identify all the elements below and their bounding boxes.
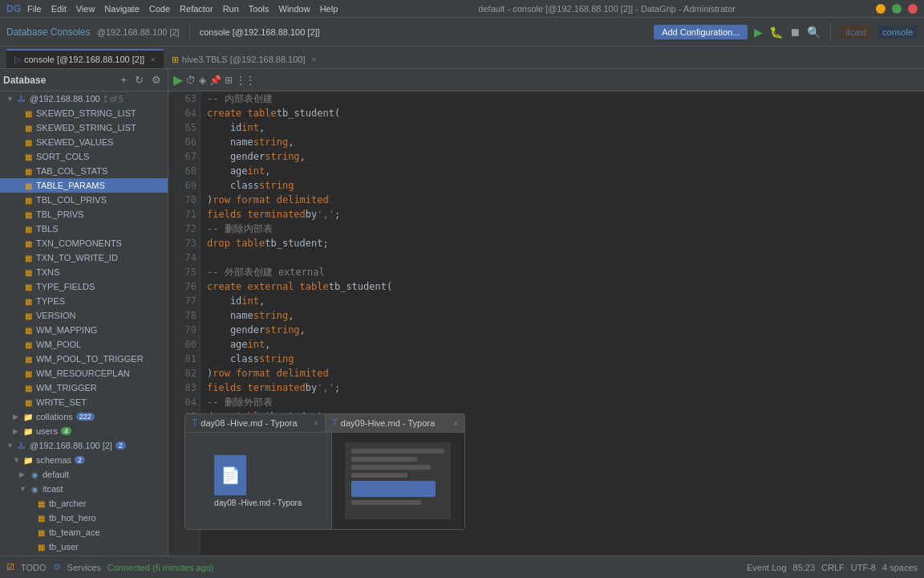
menu-run[interactable]: Run	[223, 4, 239, 14]
toolbar-ip1: @192.168.88.100 [2]	[97, 27, 180, 37]
tree-connection-2[interactable]: ▼ 🖧 @192.168.88.100 [2] 2	[0, 438, 168, 453]
tree-item-version[interactable]: ▦ VERSION	[0, 308, 168, 323]
tree-item-collations[interactable]: ▶ 📁 collations 222	[0, 409, 168, 424]
menu-file[interactable]: File	[27, 4, 42, 14]
tree-item-sort-cols[interactable]: ▦ SORT_COLS	[0, 149, 168, 164]
tree-item-tb-user[interactable]: ▦ tb_user	[0, 539, 168, 554]
debug-icon[interactable]: 🐛	[769, 26, 783, 39]
sidebar-title: Database	[3, 75, 46, 86]
tab-tbls[interactable]: ⊞ hive3.TBLS [@192.168.88.100] ×	[164, 49, 325, 68]
encoding: UTF-8	[851, 563, 876, 572]
tree-item-txn-components[interactable]: ▦ TXN_COMPONENTS	[0, 236, 168, 250]
event-log-label[interactable]: Event Log	[747, 563, 787, 572]
tree-item-txns[interactable]: ▦ TXNS	[0, 265, 168, 279]
badge-schemas: 2	[75, 456, 85, 464]
tab-console-close[interactable]: ×	[151, 55, 156, 64]
tree-item-tbls[interactable]: ▦ TBLS	[0, 222, 168, 236]
sidebar-toolbar: Database + ↻ ⚙	[0, 69, 168, 92]
table-icon: ▦	[22, 267, 34, 278]
close-btn[interactable]	[908, 4, 918, 14]
tree-item-txn-write-id[interactable]: ▦ TXN_TO_WRITE_ID	[0, 250, 168, 265]
tree-arrow: ▼	[6, 442, 16, 450]
code-line-72: -- 删除内部表	[207, 222, 918, 236]
tree-item-tb-user-location[interactable]: ▦ tb_user_location	[0, 554, 168, 556]
menu-edit[interactable]: Edit	[51, 4, 67, 14]
tree-item-table-params[interactable]: ▦ TABLE_PARAMS	[0, 178, 168, 193]
tree-item-write-set[interactable]: ▦ WRITE_SET	[0, 395, 168, 409]
code-line-76: create external table tb_student(	[207, 279, 918, 294]
typora-tab-2[interactable]: T day09-Hive.md - Typora ×	[326, 414, 465, 432]
tree-item-tb-hot-hero[interactable]: ▦ tb_hot_hero	[0, 511, 168, 525]
code-line-66: name string,	[207, 135, 918, 149]
menu-refactor[interactable]: Refactor	[180, 4, 213, 14]
menu-help[interactable]: Help	[320, 4, 338, 14]
menu-navigate[interactable]: Navigate	[104, 4, 139, 14]
sidebar-refresh-btn[interactable]: ↻	[132, 72, 147, 88]
tree-item-wm-pool-trigger[interactable]: ▦ WM_POOL_TO_TRIGGER	[0, 352, 168, 366]
code-line-77: id int,	[207, 294, 918, 308]
tree-item-types[interactable]: ▦ TYPES	[0, 294, 168, 308]
tree-item-default[interactable]: ▶ ◉ default	[0, 467, 168, 482]
typora-tab-1-close[interactable]: ×	[314, 419, 318, 428]
table-icon: ▦	[22, 122, 34, 133]
tree-item-tb-archer[interactable]: ▦ tb_archer	[0, 496, 168, 511]
db-icon: ◈	[199, 75, 206, 86]
tree-item-wm-trigger[interactable]: ▦ WM_TRIGGER	[0, 381, 168, 395]
tree-item-type-fields[interactable]: ▦ TYPE_FIELDS	[0, 279, 168, 294]
sidebar-filter-btn[interactable]: ⚙	[148, 72, 164, 88]
console-tab-label: console [@192.168.88.100 [2]]	[200, 27, 320, 37]
page-info: 1 of 5	[103, 95, 124, 104]
typora-tab-2-close[interactable]: ×	[453, 419, 458, 428]
maximize-btn[interactable]	[892, 4, 902, 14]
typora-icon-1: T	[192, 417, 197, 429]
db-console-link[interactable]: Database Consoles	[6, 26, 91, 38]
toolbar-separator	[189, 24, 190, 40]
todo-label[interactable]: TODO	[21, 563, 47, 572]
server-icon: 🖧	[16, 440, 27, 451]
typora-preview-1-content: 📄 day08 -Hive.md - Typora	[214, 455, 302, 507]
menu-code[interactable]: Code	[149, 4, 170, 14]
table-icon: ▦	[22, 136, 34, 148]
folder-icon: 📁	[22, 411, 34, 422]
tree-item-tab-col-stats[interactable]: ▦ TAB_COL_STATS	[0, 164, 168, 178]
typora-preview-1[interactable]: 📄 day08 -Hive.md - Typora	[185, 433, 331, 529]
menu-tools[interactable]: Tools	[249, 4, 270, 14]
stop-icon[interactable]: ⏹	[789, 26, 800, 39]
tree-item-skewed2[interactable]: ▦ SKEWED_STRING_LIST	[0, 120, 168, 135]
doc-icon: 📄	[214, 455, 246, 495]
item-label: TYPES	[36, 296, 65, 306]
menu-window[interactable]: Window	[279, 4, 310, 14]
tab-console[interactable]: ▷ console [@192.168.88.100 [2]] ×	[6, 49, 164, 68]
code-line-81: class string	[207, 352, 918, 366]
tree-item-wm-pool[interactable]: ▦ WM_POOL	[0, 337, 168, 352]
typora-tab-1[interactable]: T day08 -Hive.md - Typora ×	[185, 414, 326, 432]
tree-item-itcast[interactable]: ▼ ◉ itcast	[0, 482, 168, 496]
tree-item-wm-mapping[interactable]: ▦ WM_MAPPING	[0, 323, 168, 337]
tree-item-skewed1[interactable]: ▦ SKEWED_STRING_LIST	[0, 106, 168, 120]
tab-tbls-close[interactable]: ×	[312, 55, 317, 64]
tree-item-tb-team-ace[interactable]: ▦ tb_team_ace	[0, 525, 168, 539]
menu-view[interactable]: View	[76, 4, 95, 14]
typora-popup-header: T day08 -Hive.md - Typora × T day09-Hive…	[185, 414, 464, 433]
tree-connection-1[interactable]: ▼ 🖧 @192.168.88.100 1 of 5	[0, 92, 168, 106]
tree-item-skewed-values[interactable]: ▦ SKEWED_VALUES	[0, 135, 168, 149]
tree-item-tbl-privs[interactable]: ▦ TBL_PRIVS	[0, 207, 168, 222]
add-config-button[interactable]: Add Configuration...	[654, 25, 748, 39]
tree-item-tbl-col-privs[interactable]: ▦ TBL_COL_PRIVS	[0, 193, 168, 207]
bottom-bar: ☑ TODO ⚙ Services Connected (6 minutes a…	[0, 556, 924, 578]
sidebar-add-btn[interactable]: +	[117, 72, 130, 88]
table-icon: ▦	[22, 194, 34, 206]
tree-item-wm-resourceplan[interactable]: ▦ WM_RESOURCEPLAN	[0, 366, 168, 381]
typora-preview-2[interactable]	[331, 433, 465, 529]
run-icon[interactable]: ▶	[754, 26, 763, 39]
toolbar-search-icon[interactable]: 🔍	[807, 26, 821, 39]
badge-conn2: 2	[116, 442, 126, 450]
code-line-75: -- 外部表创建 external	[207, 265, 918, 279]
run-button[interactable]: ▶	[173, 72, 183, 88]
tree-item-schemas[interactable]: ▼ 📁 schemas 2	[0, 453, 168, 467]
tree-arrow: ▼	[13, 456, 22, 464]
item-label: schemas	[36, 455, 71, 465]
tree-item-users[interactable]: ▶ 📁 users 4	[0, 424, 168, 438]
services-label[interactable]: Services	[67, 563, 101, 572]
minimize-btn[interactable]	[876, 4, 886, 14]
